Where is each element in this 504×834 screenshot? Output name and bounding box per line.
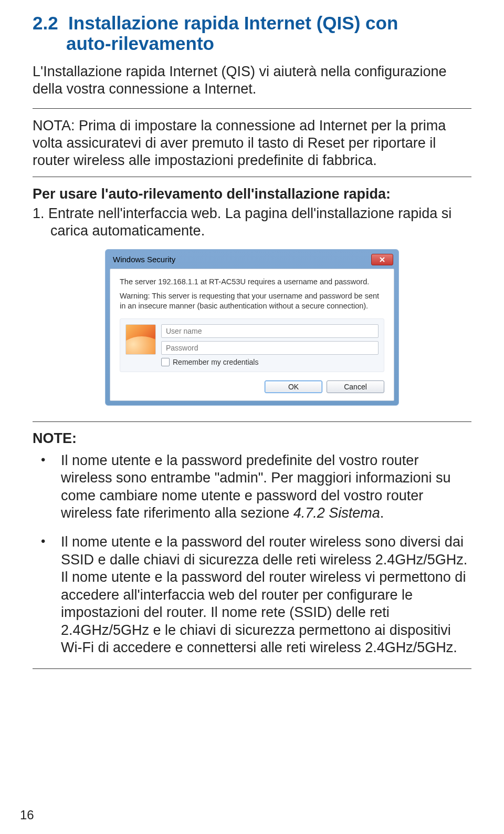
intro-paragraph: L'Installazione rapida Internet (QIS) vi… bbox=[33, 63, 471, 98]
dialog-frame: Windows Security The server 192.168.1.1 … bbox=[105, 249, 399, 406]
page-number: 16 bbox=[20, 808, 34, 822]
close-icon bbox=[379, 256, 385, 263]
divider bbox=[33, 108, 471, 109]
steps-list: 1.Entrate nell'interfaccia web. La pagin… bbox=[33, 205, 471, 240]
nota-label: NOTA: bbox=[33, 118, 75, 133]
divider bbox=[33, 668, 471, 669]
note-label: NOTE: bbox=[33, 430, 471, 447]
step-1-number: 1. bbox=[33, 205, 48, 222]
step-1-text: Entrate nell'interfaccia web. La pagina … bbox=[48, 205, 452, 239]
heading-line-1: Installazione rapida Internet (QIS) con bbox=[68, 13, 398, 33]
divider bbox=[33, 421, 471, 422]
heading-line-2: auto-rilevamento bbox=[66, 33, 214, 54]
note-2: Il nome utente e la password del router … bbox=[33, 533, 471, 656]
dialog-title: Windows Security bbox=[113, 255, 175, 264]
cancel-button[interactable]: Cancel bbox=[327, 380, 384, 393]
password-input[interactable] bbox=[161, 341, 379, 355]
section-heading: 2.2 Installazione rapida Internet (QIS) … bbox=[33, 13, 471, 54]
step-1: 1.Entrate nell'interfaccia web. La pagin… bbox=[33, 205, 471, 240]
dialog-titlebar: Windows Security bbox=[110, 254, 394, 265]
note-1: Il nome utente e la password predefinite… bbox=[33, 452, 471, 522]
steps-title: Per usare l'auto-rilevamento dell'instal… bbox=[33, 186, 471, 203]
remember-checkbox[interactable] bbox=[161, 358, 170, 366]
dialog-message: The server 192.168.1.1 at RT-AC53U requi… bbox=[120, 277, 384, 286]
notes-list: Il nome utente e la password predefinite… bbox=[33, 452, 471, 657]
dialog-body: The server 192.168.1.1 at RT-AC53U requi… bbox=[110, 269, 394, 401]
note-1-a: Il nome utente e la password predefinite… bbox=[61, 452, 451, 521]
nota-body: Prima di impostare la connessione ad Int… bbox=[33, 118, 446, 168]
divider bbox=[33, 177, 471, 177]
note-1-ref: 4.7.2 Sistema bbox=[293, 505, 380, 521]
dialog-warning: Warning: This server is requesting that … bbox=[120, 291, 384, 311]
note-1-c: . bbox=[380, 505, 384, 521]
dialog-buttons: OK Cancel bbox=[120, 380, 384, 393]
heading-number: 2.2 bbox=[33, 13, 58, 33]
security-dialog: Windows Security The server 192.168.1.1 … bbox=[105, 249, 399, 406]
user-avatar-icon bbox=[125, 324, 156, 355]
remember-label: Remember my credentials bbox=[173, 358, 258, 366]
remember-credentials-row[interactable]: Remember my credentials bbox=[161, 358, 379, 366]
close-button[interactable] bbox=[371, 254, 393, 265]
username-input[interactable] bbox=[161, 324, 379, 338]
credentials-fields: Remember my credentials bbox=[161, 324, 379, 366]
nota-paragraph: NOTA: Prima di impostare la connessione … bbox=[33, 117, 471, 169]
ok-button[interactable]: OK bbox=[265, 380, 322, 393]
credentials-box: Remember my credentials bbox=[120, 318, 384, 372]
